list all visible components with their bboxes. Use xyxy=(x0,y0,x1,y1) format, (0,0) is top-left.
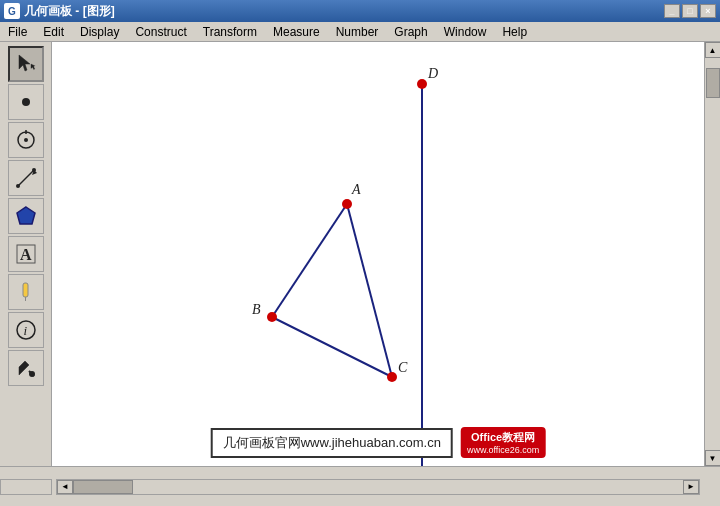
scroll-down-button[interactable]: ▼ xyxy=(705,450,721,466)
line-tool[interactable] xyxy=(8,160,44,196)
point-A[interactable] xyxy=(342,199,352,209)
watermark-logo-top: Office教程网 xyxy=(471,430,535,445)
scroll-up-button[interactable]: ▲ xyxy=(705,42,721,58)
menu-window[interactable]: Window xyxy=(436,22,495,41)
menubar: File Edit Display Construct Transform Me… xyxy=(0,22,720,42)
minimize-button[interactable]: _ xyxy=(664,4,680,18)
label-C: C xyxy=(398,360,408,375)
svg-point-2 xyxy=(22,98,30,106)
titlebar: G 几何画板 - [图形] _ □ × xyxy=(0,0,720,22)
point-D[interactable] xyxy=(417,79,427,89)
titlebar-title: 几何画板 - [图形] xyxy=(24,3,115,20)
custom-tool[interactable] xyxy=(8,350,44,386)
text-tool[interactable]: A xyxy=(8,236,44,272)
svg-text:i: i xyxy=(23,323,27,338)
scroll-left-button[interactable]: ◄ xyxy=(57,480,73,494)
svg-text:A: A xyxy=(20,246,32,263)
svg-point-4 xyxy=(24,138,28,142)
polygon-tool[interactable] xyxy=(8,198,44,234)
corner-box xyxy=(0,479,52,495)
menu-help[interactable]: Help xyxy=(494,22,535,41)
hscroll-track[interactable] xyxy=(73,480,683,494)
label-A: A xyxy=(351,182,361,197)
scroll-track[interactable] xyxy=(705,58,720,450)
label-B: B xyxy=(252,302,261,317)
maximize-button[interactable]: □ xyxy=(682,4,698,18)
svg-marker-1 xyxy=(30,64,34,70)
label-D: D xyxy=(427,66,438,81)
scroll-thumb[interactable] xyxy=(706,68,720,98)
watermark-banner: 几何画板官网www.jihehuaban.com.cn Office教程网 ww… xyxy=(211,427,546,458)
scroll-right-button[interactable]: ► xyxy=(683,480,699,494)
titlebar-left: G 几何画板 - [图形] xyxy=(4,3,115,20)
titlebar-buttons[interactable]: _ □ × xyxy=(664,4,716,18)
menu-file[interactable]: File xyxy=(0,22,35,41)
menu-transform[interactable]: Transform xyxy=(195,22,265,41)
svg-marker-17 xyxy=(19,361,29,375)
point-C[interactable] xyxy=(387,372,397,382)
svg-marker-10 xyxy=(17,207,35,224)
watermark-logo: Office教程网 www.office26.com xyxy=(461,427,545,458)
vertical-scrollbar[interactable]: ▲ ▼ xyxy=(704,42,720,466)
menu-display[interactable]: Display xyxy=(72,22,127,41)
svg-line-6 xyxy=(18,170,34,186)
menu-construct[interactable]: Construct xyxy=(127,22,194,41)
svg-line-22 xyxy=(272,317,392,377)
watermark-logo-bottom: www.office26.com xyxy=(467,445,539,455)
select-tool[interactable] xyxy=(8,46,44,82)
point-B[interactable] xyxy=(267,312,277,322)
svg-rect-13 xyxy=(23,283,28,297)
canvas-area[interactable]: A B C D E 几何画板官网www.jihehuaban.com.cn Of… xyxy=(52,42,704,466)
close-button[interactable]: × xyxy=(700,4,716,18)
menu-graph[interactable]: Graph xyxy=(386,22,435,41)
geometry-canvas: A B C D E xyxy=(52,42,704,466)
svg-marker-0 xyxy=(19,55,30,71)
svg-line-23 xyxy=(347,204,392,377)
info-tool[interactable]: i xyxy=(8,312,44,348)
menu-edit[interactable]: Edit xyxy=(35,22,72,41)
bottom-area: ◄ ► xyxy=(0,466,720,506)
marker-tool[interactable] xyxy=(8,274,44,310)
menu-number[interactable]: Number xyxy=(328,22,387,41)
point-tool[interactable] xyxy=(8,84,44,120)
compass-tool[interactable] xyxy=(8,122,44,158)
app-logo: G xyxy=(4,3,20,19)
hscroll-thumb[interactable] xyxy=(73,480,133,494)
main-area: A i xyxy=(0,42,720,466)
menu-measure[interactable]: Measure xyxy=(265,22,328,41)
horizontal-scrollbar[interactable]: ◄ ► xyxy=(56,479,700,495)
toolbar: A i xyxy=(0,42,52,466)
svg-point-7 xyxy=(16,184,20,188)
svg-line-21 xyxy=(272,204,347,317)
watermark-text: 几何画板官网www.jihehuaban.com.cn xyxy=(211,428,453,458)
